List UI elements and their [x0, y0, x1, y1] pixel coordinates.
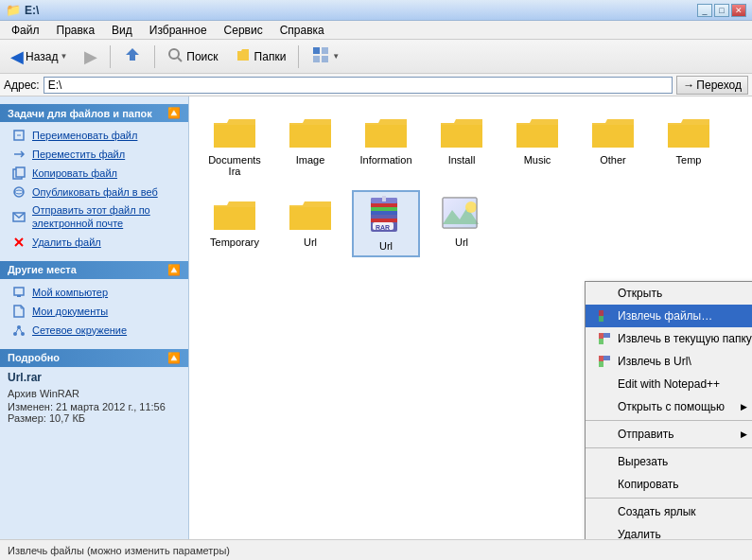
svg-text:RAR: RAR: [376, 224, 390, 231]
detail-type: Архив WinRAR: [8, 386, 181, 402]
folder-icon: [439, 114, 484, 151]
folders-label: Папки: [254, 50, 287, 63]
ctx-open[interactable]: Открыть: [586, 282, 752, 305]
svg-rect-39: [599, 333, 603, 339]
menu-service[interactable]: Сервис: [217, 22, 271, 39]
search-button[interactable]: Поиск: [161, 44, 224, 70]
open-icon: [597, 286, 612, 301]
go-label: Переход: [696, 79, 742, 92]
menu-view[interactable]: Вид: [104, 22, 140, 39]
list-item[interactable]: Documents Ira: [201, 108, 269, 183]
places-collapse-icon: 🔼: [167, 264, 181, 276]
list-item[interactable]: Url: [276, 190, 344, 257]
status-text: Извлечь файлы (можно изменить параметры): [8, 545, 230, 556]
ctx-create-shortcut-label: Создать ярлык: [618, 505, 747, 518]
tasks-header[interactable]: Задачи для файлов и папок 🔼: [0, 104, 188, 122]
list-item[interactable]: Other: [579, 108, 647, 183]
svg-rect-26: [371, 215, 397, 219]
list-item[interactable]: Temporary: [201, 190, 269, 257]
svg-rect-23: [371, 203, 397, 207]
task-rename-label: Переименовать файл: [32, 130, 137, 141]
place-network[interactable]: Сетевое окружение: [0, 321, 188, 340]
maximize-button[interactable]: □: [714, 4, 729, 17]
tasks-collapse-icon: 🔼: [167, 107, 181, 119]
list-item[interactable]: Url: [428, 190, 496, 257]
ctx-copy[interactable]: Копировать: [586, 473, 752, 496]
place-my-computer-label: Мой компьютер: [32, 287, 108, 298]
task-email[interactable]: Отправить этот файл по электронной почте: [0, 201, 188, 233]
toolbar-separator-1: [110, 45, 111, 68]
ctx-edit-notepad[interactable]: Edit with Notepad++: [586, 373, 752, 395]
task-copy[interactable]: Копировать файл: [0, 164, 188, 183]
back-button[interactable]: ◀ Назад ▼: [4, 44, 74, 70]
ctx-open-with-label: Открыть с помощью: [618, 400, 735, 413]
task-email-label: Отправить этот файл по электронной почте: [32, 203, 177, 231]
ctx-sep-1: [586, 420, 752, 421]
file-name: Url: [304, 236, 317, 248]
tasks-content: Переименовать файл Переместить файл Копи…: [0, 122, 188, 255]
folder-icon: [212, 196, 257, 234]
sidebar: Задачи для файлов и папок 🔼 Переименоват…: [0, 96, 189, 539]
list-item[interactable]: Install: [428, 108, 496, 183]
places-header[interactable]: Другие места 🔼: [0, 261, 188, 279]
title-bar: 📁 E:\ _ □ ✕: [0, 0, 752, 21]
folders-button[interactable]: Папки: [229, 44, 293, 70]
forward-arrow-icon: ▶: [84, 46, 97, 67]
ctx-open-with[interactable]: Открыть с помощью ▶: [586, 395, 752, 418]
task-copy-label: Копировать файл: [32, 167, 117, 179]
ctx-send-to[interactable]: Отправить ▶: [586, 423, 752, 446]
folder-icon: [590, 114, 636, 151]
svg-rect-25: [371, 211, 397, 215]
list-item[interactable]: Temp: [655, 108, 723, 183]
svg-rect-3: [322, 47, 328, 54]
delete-ctx-icon: [597, 527, 612, 539]
ctx-delete[interactable]: Удалить: [586, 523, 752, 539]
views-icon: [311, 45, 330, 67]
back-label: Назад: [26, 50, 58, 63]
file-name: Temp: [676, 154, 702, 166]
ctx-extract-here-label: Извлечь в текущую папку: [618, 332, 752, 345]
details-header[interactable]: Подробно 🔼: [0, 349, 188, 367]
details-section: Подробно 🔼 Url.rar Архив WinRAR Изменен:…: [0, 349, 188, 429]
go-button[interactable]: → Переход: [676, 76, 748, 95]
file-name: Install: [448, 154, 476, 166]
task-rename[interactable]: Переименовать файл: [0, 126, 188, 145]
task-publish-label: Опубликовать файл в веб: [32, 186, 158, 198]
list-item[interactable]: Image: [276, 108, 344, 183]
address-input[interactable]: [44, 77, 673, 94]
menu-help[interactable]: Справка: [272, 22, 332, 39]
ctx-extract-files[interactable]: Извлечь файлы…: [586, 305, 752, 327]
close-button[interactable]: ✕: [731, 4, 746, 17]
list-item[interactable]: Information: [352, 108, 420, 183]
go-arrow-icon: →: [683, 79, 694, 92]
svg-rect-43: [599, 361, 603, 367]
menu-bar: Файл Правка Вид Избранное Сервис Справка: [0, 21, 752, 40]
list-item[interactable]: Music: [503, 108, 571, 183]
details-collapse-icon: 🔼: [167, 352, 181, 364]
folder-icon: [666, 114, 711, 151]
ctx-cut[interactable]: Вырезать: [586, 450, 752, 473]
ctx-extract-to[interactable]: Извлечь в Url\: [586, 350, 752, 373]
task-publish[interactable]: Опубликовать файл в веб: [0, 183, 188, 201]
ctx-extract-here[interactable]: Извлечь в текущую папку: [586, 327, 752, 350]
task-move[interactable]: Переместить файл: [0, 145, 188, 164]
list-item[interactable]: RAR Url: [352, 190, 420, 257]
image-file-icon: [441, 196, 482, 234]
menu-file[interactable]: Файл: [4, 22, 47, 39]
task-delete[interactable]: Удалить файл: [0, 233, 188, 252]
menu-favorites[interactable]: Избранное: [142, 22, 215, 39]
address-bar: Адрес: → Переход: [0, 74, 752, 96]
minimize-button[interactable]: _: [697, 4, 712, 17]
place-my-docs[interactable]: Мои документы: [0, 302, 188, 321]
place-my-computer[interactable]: Мой компьютер: [0, 283, 188, 302]
views-button[interactable]: ▼: [305, 44, 346, 70]
forward-button[interactable]: ▶: [78, 44, 104, 70]
ctx-create-shortcut[interactable]: Создать ярлык: [586, 500, 752, 523]
svg-rect-5: [322, 56, 328, 62]
search-icon: [167, 47, 183, 65]
folder-icon: [288, 196, 333, 234]
back-dropdown-icon: ▼: [60, 52, 67, 61]
title-icon: 📁: [6, 3, 21, 17]
up-button[interactable]: [116, 44, 149, 70]
menu-edit[interactable]: Правка: [49, 22, 103, 39]
